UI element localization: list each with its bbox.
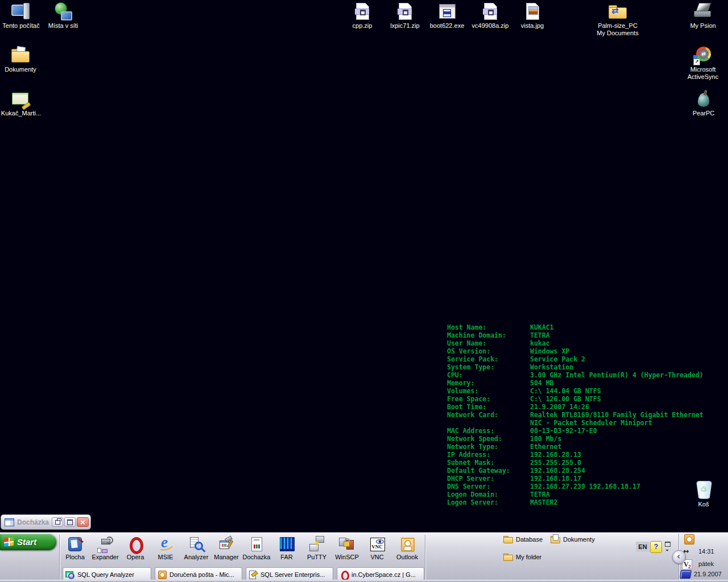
zip-file-icon xyxy=(395,2,415,21)
start-button[interactable]: Start xyxy=(0,534,56,550)
desktop-icon-documents[interactable]: Dokumenty xyxy=(0,45,52,73)
desktop-icon-my-psion[interactable]: My Psion xyxy=(672,2,728,30)
desktop-icon-label: MicrosoftActiveSync xyxy=(672,66,728,81)
inbox-icon xyxy=(158,570,167,579)
sync-folder-shortcut-icon xyxy=(607,2,628,21)
dochazka-titlebar[interactable]: Docházka × xyxy=(1,514,91,530)
vnc-icon xyxy=(369,536,386,553)
quicklaunch-label: WinSCP xyxy=(332,554,362,560)
taskbar-button-opera-browser[interactable]: in.CyberSpace.cz | G... xyxy=(337,567,424,581)
bginfo-panel: Host Name:KUKAC1 Machine Domain:TETRA Us… xyxy=(447,323,714,506)
bginfo-row: Memory:504 MB xyxy=(447,379,714,387)
laptop-tray-icon[interactable] xyxy=(680,570,692,579)
desktop-icon-label: My Psion xyxy=(672,22,728,30)
taskbar-button-label: in.CyberSpace.cz | G... xyxy=(351,571,416,578)
windows-logo-icon xyxy=(4,537,14,547)
taskbar-button-label: SQL Query Analyzer xyxy=(77,571,134,578)
quicklaunch-label: Analyzer xyxy=(181,554,211,560)
quicklaunch-vnc[interactable]: VNC xyxy=(362,536,392,560)
quicklaunch-label: VNC xyxy=(362,554,392,560)
bginfo-row: Default Gateway:192.168.28.254 xyxy=(447,467,714,475)
documents-folder-icon xyxy=(10,45,31,65)
desktop-icon-vista-jpg[interactable]: vista.jpg xyxy=(501,2,564,30)
far-manager-icon xyxy=(278,536,295,553)
lightning-icon xyxy=(314,538,320,548)
quicklaunch-label: Plocha xyxy=(60,554,90,560)
desktop-icon-label: vista.jpg xyxy=(501,22,564,30)
bginfo-row: User Name:kukac xyxy=(447,339,714,347)
taskbar: Start Plocha Expander Opera MSIE Analyze… xyxy=(0,532,728,582)
icon-part xyxy=(16,46,26,57)
toolbar-item-label: Database xyxy=(516,536,543,543)
taskbar-button-label: Doručená pošta - Mic... xyxy=(169,571,234,578)
bginfo-row: Network Card:Realtek RTL8169/8110 Family… xyxy=(447,411,714,427)
quicklaunch-putty[interactable]: PuTTY xyxy=(302,536,332,560)
folder-icon xyxy=(503,535,513,543)
quicklaunch-expander[interactable]: Expander xyxy=(90,536,120,560)
bginfo-row: Logon Server:MASTER2 xyxy=(447,498,714,506)
quicklaunch-msie[interactable]: MSIE xyxy=(151,536,180,560)
desktop: Tento počítač Místa v síti Dokumenty Kuk… xyxy=(0,0,728,582)
close-button[interactable]: × xyxy=(77,517,89,527)
zip-file-icon xyxy=(352,2,373,21)
quicklaunch-label: MSIE xyxy=(151,554,180,560)
taskbar-button-sql-query-analyzer[interactable]: SQL Query Analyzer xyxy=(63,567,151,581)
clock-tray-icon[interactable] xyxy=(684,534,694,544)
quicklaunch-plocha[interactable]: Plocha xyxy=(60,536,90,560)
activesync-icon xyxy=(693,45,713,65)
quicklaunch-manager[interactable]: Manager xyxy=(212,536,241,560)
quicklaunch-far[interactable]: FAR xyxy=(272,536,301,560)
taskbar-button-label: SQL Server Enterpris... xyxy=(260,571,325,578)
quicklaunch-label: Opera xyxy=(121,554,150,560)
bginfo-row: CPU:3.00 GHz Intel Pentium(R) 4 (Hyper-T… xyxy=(447,371,714,379)
quicklaunch-dochazka[interactable]: Dochazka xyxy=(242,536,271,560)
bginfo-row: Network Type:Ethernet xyxy=(447,443,714,451)
taskbar-button-enterprise-manager[interactable]: SQL Server Enterpris... xyxy=(246,567,333,581)
quicklaunch-winscp[interactable]: WinSCP xyxy=(332,536,362,560)
taskbar-button-inbox[interactable]: Doručená pošta - Mic... xyxy=(155,567,242,581)
bginfo-row: System Type:Workstation xyxy=(447,363,714,371)
bginfo-row: Subnet Mask:255.255.255.0 xyxy=(447,459,714,467)
language-indicator[interactable]: EN xyxy=(636,542,650,552)
bginfo-row: DNS Server:192.168.27.239 192.168.18.17 xyxy=(447,483,714,490)
tray-time: 14:31 xyxy=(698,548,714,555)
internet-explorer-icon xyxy=(157,536,174,553)
desktop-icon-label: Místa v síti xyxy=(32,22,94,30)
toolbar-item-my-folder[interactable]: My folder xyxy=(503,553,541,561)
network-places-icon xyxy=(53,2,73,21)
quicklaunch-label: Dochazka xyxy=(242,554,271,560)
query-analyzer-icon xyxy=(65,570,75,579)
desktop-icon-kukac-file[interactable]: Kukač_Marti... xyxy=(0,89,52,117)
quicklaunch-label: PuTTY xyxy=(302,554,332,560)
maximize-button[interactable] xyxy=(64,517,76,527)
desktop-icon-pearpc[interactable]: PearPC xyxy=(672,89,728,117)
toolbar-item-database[interactable]: Database xyxy=(503,535,543,543)
bginfo-row: Boot Time:21.9.2007 14:26 xyxy=(447,403,714,411)
icon-part xyxy=(696,47,711,61)
restore-button[interactable] xyxy=(52,517,63,527)
show-desktop-icon xyxy=(67,536,84,553)
language-bar-restore-icon[interactable] xyxy=(665,542,671,547)
quicklaunch-label: FAR xyxy=(272,554,301,560)
quicklaunch-outlook[interactable]: Outlook xyxy=(392,536,422,560)
attendance-doc-icon xyxy=(248,536,265,553)
quicklaunch-opera[interactable]: Opera xyxy=(121,536,150,560)
icon-part xyxy=(528,6,538,15)
desktop-icon-palm-documents[interactable]: Palm-size_PCMy Documents xyxy=(586,2,649,37)
icon-part xyxy=(254,539,259,541)
exe-file-icon xyxy=(437,2,457,21)
folder-icon xyxy=(503,553,513,561)
language-bar-options-icon[interactable] xyxy=(665,550,669,553)
help-tray-icon[interactable]: ? xyxy=(650,541,662,553)
collapse-chevron-button[interactable] xyxy=(672,550,686,564)
desktop-icon-activesync[interactable]: MicrosoftActiveSync xyxy=(672,45,728,81)
icon-part xyxy=(77,538,84,543)
my-computer-icon xyxy=(11,2,31,21)
desktop-icon-label: Kukač_Marti... xyxy=(0,110,52,117)
toolbar-item-dokumenty[interactable]: Dokumenty xyxy=(551,535,595,543)
expander-icon xyxy=(97,536,114,553)
desktop-icon-network-places[interactable]: Místa v síti xyxy=(32,2,94,30)
query-analyzer-icon xyxy=(188,536,205,553)
quicklaunch-analyzer[interactable]: Analyzer xyxy=(181,536,211,560)
sync-arrows-icon xyxy=(611,6,619,16)
